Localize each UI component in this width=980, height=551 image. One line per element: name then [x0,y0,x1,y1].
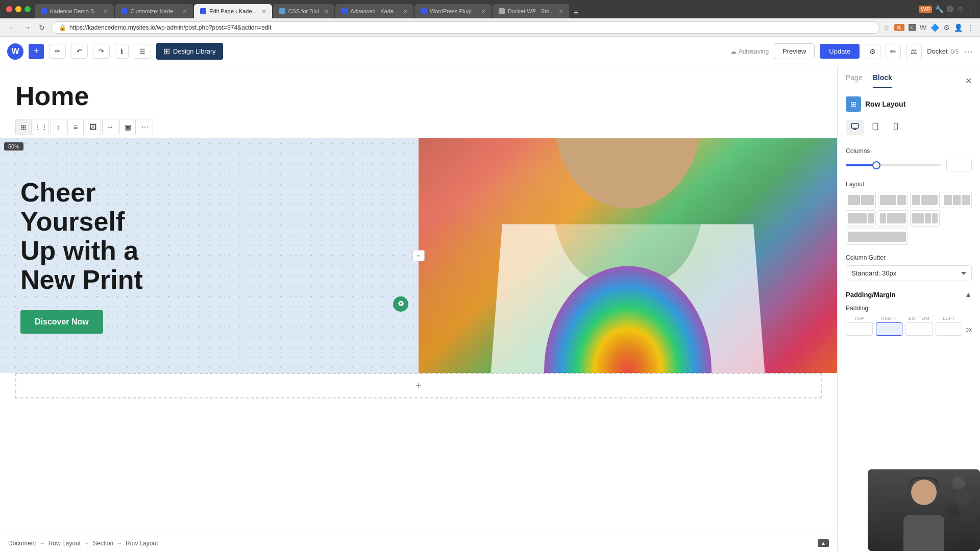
cloud-icon: ☁ [730,48,737,55]
padding-top-label: TOP [846,316,873,321]
browser-more-icon[interactable]: ⋮ [967,23,974,32]
block-tool-arrows[interactable]: ↕ [50,119,66,135]
browser-tab-7[interactable]: Docket WP - Sto... ✕ [493,4,569,18]
columns-label: Columns [846,147,972,155]
ext-icon-2[interactable]: 🅺 [909,23,916,32]
padding-bottom-label: BOTTOM [905,316,933,321]
empty-row[interactable]: + [15,373,822,398]
url-text: https://kadencedemo.mysites.io/wp-admin/… [69,24,272,31]
kadence-ext-icon[interactable]: K [894,24,904,31]
panel-header: Page Block ✕ [838,66,980,88]
browser-tab-5[interactable]: Advanced - Kade... ✕ [335,4,414,18]
columns-slider[interactable] [846,164,941,166]
toolbar-more-button[interactable]: ⋯ [964,46,973,57]
breadcrumb-row-layout[interactable]: Row Layout [48,540,81,547]
device-tab-desktop[interactable] [846,120,864,135]
columns-input[interactable]: 2 [946,159,972,171]
layout-option-wide-right[interactable] [878,210,908,227]
extension-icon-3[interactable]: 🅚 [947,5,954,13]
layout-option-left-heavy[interactable] [878,192,908,208]
preview-button[interactable]: Preview [774,43,815,59]
column-gutter-select[interactable]: None: 0pxSmall: 10pxStandard: 30pxLarge:… [846,265,972,281]
block-tool-more[interactable]: ⋯ [137,119,153,135]
layout-option-right-heavy[interactable] [910,192,940,208]
device-tab-tablet[interactable] [866,120,885,135]
settings-button[interactable]: ⚙ [865,44,880,59]
block-tool-type[interactable]: ⊞ [15,119,32,135]
undo-button[interactable]: ↶ [71,44,88,59]
reload-button[interactable]: ↻ [37,22,47,33]
padding-margin-section-header[interactable]: Padding/Margin ▲ [846,290,972,298]
url-bar[interactable]: 🔒 https://kadencedemo.mysites.io/wp-admi… [51,21,879,34]
forward-button[interactable]: → [21,22,33,33]
padding-left-input[interactable]: 25 [936,322,963,336]
ext-icon-4[interactable]: 🔷 [930,23,939,32]
bookmark-icon[interactable]: ☆ [884,23,890,32]
close-dot[interactable] [6,6,12,12]
slider-track [846,164,874,166]
browser-tab-6[interactable]: WordPress Plugi... ✕ [414,4,492,18]
block-tool-resize[interactable]: ↔ [102,119,118,135]
padding-top-input[interactable]: 60 [846,322,873,336]
breadcrumb-row-layout-2[interactable]: Row Layout [126,540,158,547]
padding-margin-title: Padding/Margin [846,291,896,298]
edit-tool-button[interactable]: ✏ [49,44,66,59]
tab-page[interactable]: Page [846,73,863,88]
block-tool-image[interactable]: 🖼 [85,119,101,135]
slider-thumb[interactable] [872,161,880,169]
breadcrumb-sep-2: → [84,540,90,547]
preferences-button[interactable]: ⚖ [906,44,922,59]
update-button[interactable]: Update [820,44,860,59]
layout-option-thirds-left[interactable] [910,210,940,227]
block-tool-align[interactable]: ≡ [67,119,84,135]
new-tab-button[interactable]: + [570,8,582,18]
info-button[interactable]: ℹ [115,44,129,59]
browser-tab-2[interactable]: Customize: Kade... ✕ [115,4,193,18]
browser-menu[interactable]: ⋮ [967,5,974,13]
layout-option-equal3[interactable] [942,192,972,208]
browser-tabs: Kadence Demo S... ✕ Customize: Kade... ✕… [35,0,915,18]
back-button[interactable]: ← [6,22,17,33]
browser-tab-4[interactable]: CSS for Divi ✕ [273,4,334,18]
block-tool-box[interactable]: ▣ [119,119,136,135]
discover-now-button[interactable]: Discover Now [20,310,103,334]
padding-label: Padding [846,305,972,312]
breadcrumb-sep-3: → [116,540,122,547]
list-view-button[interactable]: ☰ [134,44,151,59]
browser-tab-3[interactable]: Edit Page ‹ Kade... ✕ [194,4,272,18]
maximize-dot[interactable] [24,6,31,12]
redo-button[interactable]: ↷ [93,44,110,59]
profile-icon[interactable]: 👤 [954,23,963,32]
layout-option-wide-left[interactable] [846,210,876,227]
breadcrumb-section[interactable]: Section [93,540,113,547]
hero-image [419,138,837,373]
extension-icon-2[interactable]: 🔧 [935,5,944,13]
minimize-dot[interactable] [15,6,21,12]
layout-option-equal2[interactable] [846,192,876,208]
browser-tab-1[interactable]: Kadence Demo S... ✕ [35,4,114,18]
device-tab-mobile[interactable] [887,120,905,135]
person-body [903,515,944,551]
scroll-indicator[interactable]: ▲ [818,539,829,547]
hero-right-column: 50% [419,138,837,373]
breadcrumb-document[interactable]: Document [8,540,36,547]
extension-icon-1[interactable]: WP [919,6,932,13]
panel-close-button[interactable]: ✕ [965,76,972,86]
block-tool-grid[interactable]: ⋮⋮ [33,119,49,135]
tab-block[interactable]: Block [873,73,892,88]
padding-bottom-input[interactable]: 60 [905,322,933,336]
design-library-button[interactable]: ⊞ Design Library [156,43,223,60]
add-block-button[interactable]: + [29,44,44,59]
wordpress-logo[interactable]: W [7,43,23,60]
extension-icon-4[interactable]: ⚙ [957,5,964,13]
padding-right-input[interactable]: 25 [876,322,903,336]
edit-mode-button[interactable]: ✏ [886,44,901,59]
docket-button[interactable]: Docket 0/5 [927,47,959,55]
padding-margin-toggle[interactable]: ▲ [965,290,972,298]
recycle-icon: ♻ [393,296,408,312]
ext-icon-3[interactable]: W [920,23,926,32]
layout-option-wide[interactable] [846,229,908,245]
breadcrumb-sep-1: → [39,540,45,547]
column-resize-handle[interactable]: ↔ [412,250,425,261]
ext-icon-5[interactable]: ⚙ [943,23,950,32]
